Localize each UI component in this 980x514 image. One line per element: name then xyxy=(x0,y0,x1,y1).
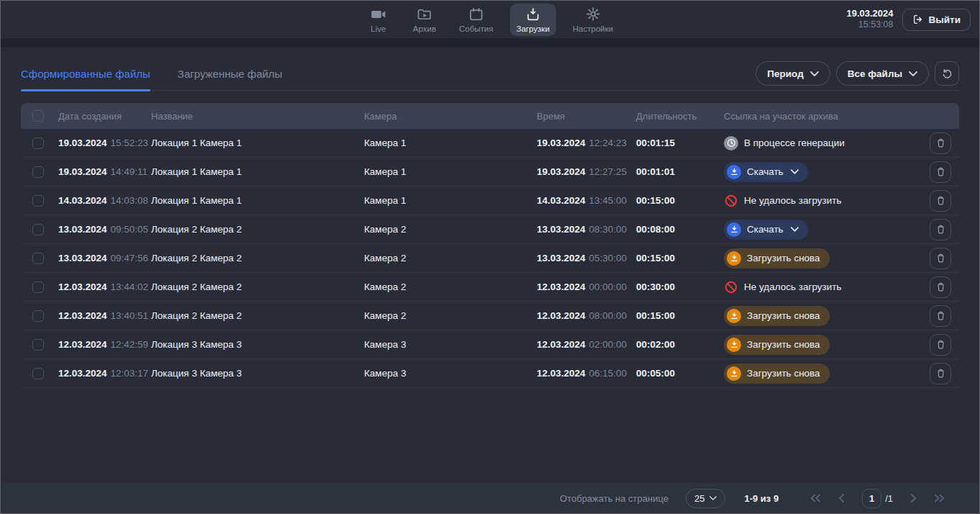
trash-icon xyxy=(935,281,946,292)
previous-page-button[interactable] xyxy=(838,494,845,502)
duration: 00:01:01 xyxy=(636,166,724,177)
status-chip[interactable]: Загрузить снова xyxy=(724,335,830,355)
nav-item-live[interactable]: Live xyxy=(360,4,396,36)
download-icon xyxy=(727,366,741,381)
ban-icon xyxy=(724,280,738,294)
period-filter-button[interactable]: Период xyxy=(756,61,830,86)
archive-time: 00:00:00 xyxy=(589,281,627,292)
status-chip[interactable]: Скачать xyxy=(724,220,808,240)
archive-date: 19.03.2024 xyxy=(537,166,586,177)
created-time: 13:44:02 xyxy=(111,281,149,292)
datetime-display: 19.03.2024 15:53:08 xyxy=(846,8,893,31)
column-header-created: Дата создания xyxy=(58,111,151,122)
per-page-select[interactable]: 25 xyxy=(686,489,725,508)
download-icon xyxy=(727,222,741,237)
archive-date: 14.03.2024 xyxy=(537,195,586,206)
pager: 1 /1 xyxy=(810,489,945,508)
delete-button[interactable] xyxy=(930,334,951,356)
archive-date: 13.03.2024 xyxy=(537,253,586,263)
tab-generated-files[interactable]: Сформированные файлы xyxy=(21,57,150,90)
status-label: Не удалось загрузить xyxy=(744,281,841,292)
next-page-button[interactable] xyxy=(910,494,917,502)
page-range-label: 1-9 из 9 xyxy=(744,493,779,504)
row-checkbox[interactable] xyxy=(32,253,44,264)
delete-button[interactable] xyxy=(930,305,951,327)
created-date: 19.03.2024 xyxy=(58,137,107,148)
last-page-button[interactable] xyxy=(934,494,945,502)
file-name: Локация 1 Камера 1 xyxy=(151,166,364,177)
row-checkbox[interactable] xyxy=(32,310,44,322)
created-cell: 14.03.202414:03:08 xyxy=(58,195,151,206)
delete-button[interactable] xyxy=(930,161,951,183)
chevron-down-icon xyxy=(909,71,917,76)
delete-button[interactable] xyxy=(930,276,951,298)
row-checkbox[interactable] xyxy=(32,166,44,178)
status-chip[interactable]: Не удалось загрузить xyxy=(724,277,841,297)
status-chip[interactable]: В процессе генерации xyxy=(724,133,845,153)
status-label: Скачать xyxy=(747,166,784,177)
status-chip[interactable]: Не удалось загрузить xyxy=(724,191,841,211)
gear-icon xyxy=(585,6,601,22)
row-checkbox[interactable] xyxy=(32,195,44,207)
time-cell: 12.03.202408:00:00 xyxy=(537,310,636,321)
nav-item-archive[interactable]: Архив xyxy=(407,4,443,36)
status-chip[interactable]: Загрузить снова xyxy=(724,248,830,269)
files-filter-button[interactable]: Все файлы xyxy=(836,61,929,86)
archive-time: 02:00:00 xyxy=(589,339,627,350)
current-page-input[interactable]: 1 xyxy=(862,489,881,508)
status-label: В процессе генерации xyxy=(744,137,845,148)
toolbar-controls: Период Все файлы xyxy=(756,61,959,86)
file-name: Локация 2 Камера 2 xyxy=(151,281,364,292)
duration: 00:05:00 xyxy=(636,368,724,379)
current-time: 15:53:08 xyxy=(846,19,893,31)
nav-item-settings[interactable]: Настройки xyxy=(566,4,620,36)
delete-button[interactable] xyxy=(930,219,951,240)
row-checkbox[interactable] xyxy=(32,368,44,379)
file-name: Локация 2 Камера 2 xyxy=(151,224,364,235)
status-chip[interactable]: Загрузить снова xyxy=(724,306,830,326)
delete-button[interactable] xyxy=(930,363,951,384)
table-row: 12.03.202412:03:17 Локация 3 Камера 3 Ка… xyxy=(21,359,959,388)
nav-label: Live xyxy=(371,24,386,33)
first-page-button[interactable] xyxy=(810,494,821,502)
row-checkbox[interactable] xyxy=(32,281,44,293)
created-cell: 19.03.202414:49:11 xyxy=(58,166,151,177)
status-label: Скачать xyxy=(747,224,784,235)
table-body: 19.03.202415:52:23 Локация 1 Камера 1 Ка… xyxy=(21,129,959,388)
file-name: Локация 3 Камера 3 xyxy=(151,339,364,350)
table-row: 12.03.202413:44:02 Локация 2 Камера 2 Ка… xyxy=(21,273,959,302)
toolbar: Сформированные файлы Загруженные файлы П… xyxy=(21,54,959,91)
row-checkbox[interactable] xyxy=(32,224,44,235)
trash-icon xyxy=(935,310,946,321)
delete-button[interactable] xyxy=(930,248,951,269)
select-all-checkbox[interactable] xyxy=(32,110,44,122)
delete-button[interactable] xyxy=(930,190,951,212)
nav-item-events[interactable]: События xyxy=(453,4,499,36)
pagination-bar: Отображать на странице 25 1-9 из 9 1 /1 xyxy=(1,483,979,513)
camera-name: Камера 2 xyxy=(364,310,537,321)
time-cell: 13.03.202408:30:00 xyxy=(537,224,636,235)
logout-icon xyxy=(912,14,924,25)
delete-button[interactable] xyxy=(930,132,951,154)
chevron-down-icon xyxy=(810,71,819,76)
main-navigation: Live Архив События Загрузки xyxy=(360,1,620,38)
logout-button[interactable]: Выйти xyxy=(902,9,971,31)
row-checkbox[interactable] xyxy=(32,339,44,351)
refresh-button[interactable] xyxy=(935,61,959,86)
file-name: Локация 2 Камера 2 xyxy=(151,253,364,263)
status-chip[interactable]: Загрузить снова xyxy=(724,364,830,384)
tab-uploaded-files[interactable]: Загруженные файлы xyxy=(178,57,283,90)
created-date: 19.03.2024 xyxy=(58,166,107,177)
created-date: 13.03.2024 xyxy=(58,253,107,263)
created-date: 13.03.2024 xyxy=(58,224,107,235)
nav-item-downloads[interactable]: Загрузки xyxy=(510,4,556,36)
status-chip[interactable]: Скачать xyxy=(724,162,808,182)
chevron-down-icon xyxy=(709,496,717,500)
created-cell: 19.03.202415:52:23 xyxy=(58,137,151,148)
camera-name: Камера 1 xyxy=(364,137,537,148)
created-time: 15:52:23 xyxy=(111,137,149,148)
table-row: 19.03.202414:49:11 Локация 1 Камера 1 Ка… xyxy=(21,158,959,186)
status-label: Загрузить снова xyxy=(747,253,820,263)
archive-time: 08:00:00 xyxy=(589,310,627,321)
row-checkbox[interactable] xyxy=(32,137,44,149)
